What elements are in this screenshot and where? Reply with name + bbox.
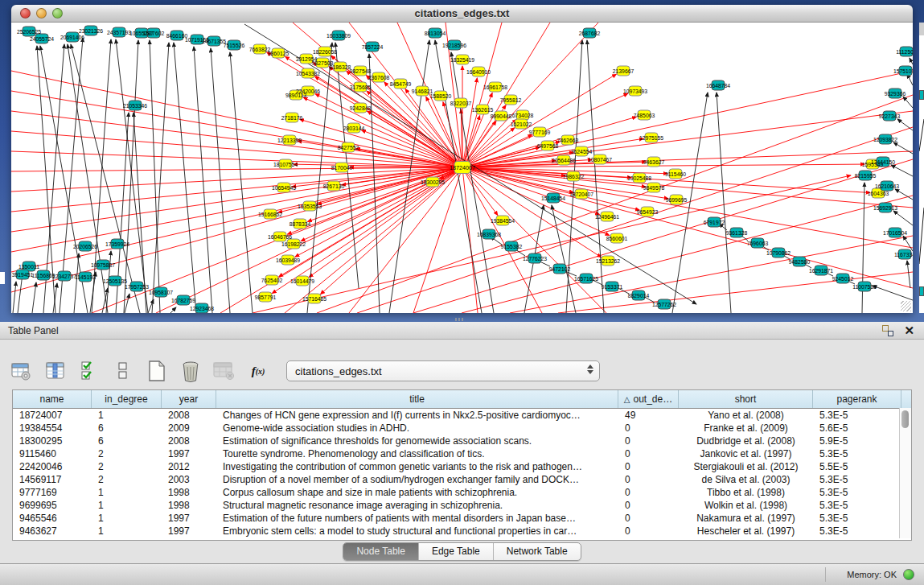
column-header-title[interactable]: title xyxy=(216,390,618,408)
cell-pagerank[interactable]: 5.9E-5 xyxy=(813,435,901,447)
table-row[interactable]: 1456911722003Disruption of a novel membe… xyxy=(13,473,911,486)
cell-out_de[interactable]: 0 xyxy=(618,422,679,435)
cell-short[interactable]: Nakamura et al. (1997) xyxy=(679,512,813,525)
cell-pagerank[interactable]: 5.3E-5 xyxy=(813,486,901,499)
network-window-titlebar[interactable]: citations_edges.txt xyxy=(11,5,913,23)
function-builder-icon[interactable]: f(x) xyxy=(246,359,270,383)
cell-pagerank[interactable]: 5.6E-5 xyxy=(813,422,901,435)
cell-in_degree[interactable]: 1 xyxy=(92,525,162,538)
cell-short[interactable]: Yano et al. (2008) xyxy=(679,409,813,422)
cell-year[interactable]: 2008 xyxy=(162,435,216,447)
cell-name[interactable]: 9777169 xyxy=(13,486,92,499)
cell-name[interactable]: 9463627 xyxy=(13,525,92,538)
table-row[interactable]: 946554611997Estimation of the future num… xyxy=(13,512,911,525)
table-row[interactable]: 1830029562008Estimation of significance … xyxy=(13,435,911,447)
cell-pagerank[interactable]: 5.5E-5 xyxy=(813,460,901,473)
cell-out_de[interactable]: 49 xyxy=(618,409,679,422)
cell-title[interactable]: Disruption of a novel member of a sodium… xyxy=(216,473,618,486)
table-row[interactable]: 1872400712008Changes of HCN gene express… xyxy=(13,409,911,422)
window-resize-grip[interactable] xyxy=(901,301,911,311)
cell-pagerank[interactable]: 5.3E-5 xyxy=(813,473,901,486)
cell-year[interactable]: 2012 xyxy=(162,460,216,473)
table-options-icon[interactable] xyxy=(10,359,34,383)
delete-icon[interactable] xyxy=(179,359,203,383)
column-header-out_de[interactable]: △out_de… xyxy=(618,390,679,408)
cell-title[interactable]: Structural magnetic resonance image aver… xyxy=(216,499,618,512)
cell-name[interactable]: 19384554 xyxy=(13,422,92,435)
cell-pagerank[interactable]: 5.3E-5 xyxy=(813,499,901,512)
cell-title[interactable]: Estimation of the future numbers of pati… xyxy=(216,512,618,525)
split-pane-grip[interactable] xyxy=(455,318,465,321)
row-selection-icon[interactable] xyxy=(77,359,101,383)
cell-year[interactable]: 1998 xyxy=(162,499,216,512)
cell-in_degree[interactable]: 2 xyxy=(92,447,162,460)
cell-out_de[interactable]: 0 xyxy=(618,486,679,499)
vertical-scrollbar[interactable] xyxy=(899,408,911,538)
cell-out_de[interactable]: 0 xyxy=(618,473,679,486)
network-window[interactable]: citations_edges.txt 76638229860125391295… xyxy=(11,5,913,313)
cell-name[interactable]: 9699695 xyxy=(13,499,92,512)
column-header-pagerank[interactable]: pagerank xyxy=(813,390,901,408)
cell-short[interactable]: Wolkin et al. (1998) xyxy=(679,499,813,512)
cell-in_degree[interactable]: 6 xyxy=(92,435,162,447)
cell-name[interactable]: 9115460 xyxy=(13,447,92,460)
cell-title[interactable]: Genome-wide association studies in ADHD. xyxy=(216,422,618,435)
tab-network-table[interactable]: Network Table xyxy=(494,543,581,560)
cell-year[interactable]: 1997 xyxy=(162,525,216,538)
table-selector-dropdown[interactable]: citations_edges.txt xyxy=(286,360,600,381)
scrollbar-thumb[interactable] xyxy=(901,410,909,428)
cell-short[interactable]: Jankovic et al. (1997) xyxy=(679,447,813,460)
cell-out_de[interactable]: 0 xyxy=(618,447,679,460)
cell-short[interactable]: Franke et al. (2009) xyxy=(679,422,813,435)
cell-in_degree[interactable]: 1 xyxy=(92,486,162,499)
cell-year[interactable]: 2008 xyxy=(162,409,216,422)
column-visibility-icon[interactable] xyxy=(43,359,68,383)
table-row[interactable]: 969969511998Structural magnetic resonanc… xyxy=(13,499,911,512)
cell-title[interactable]: Embryonic stem cells: a model to study s… xyxy=(216,525,618,538)
tab-edge-table[interactable]: Edge Table xyxy=(419,543,494,560)
cell-year[interactable]: 1997 xyxy=(162,512,216,525)
cell-short[interactable]: Dudbridge et al. (2008) xyxy=(679,435,813,447)
cell-pagerank[interactable]: 5.3E-5 xyxy=(813,447,901,460)
cell-name[interactable]: 22420046 xyxy=(13,460,92,473)
cell-in_degree[interactable]: 1 xyxy=(92,499,162,512)
column-header-year[interactable]: year xyxy=(162,390,216,408)
cell-short[interactable]: de Silva et al. (2003) xyxy=(679,473,813,486)
cell-in_degree[interactable]: 1 xyxy=(92,512,162,525)
cell-title[interactable]: Changes of HCN gene expression and I(f) … xyxy=(216,409,618,422)
cell-pagerank[interactable]: 5.3E-5 xyxy=(813,525,901,538)
cell-in_degree[interactable]: 2 xyxy=(92,473,162,486)
cell-title[interactable]: Investigating the contribution of common… xyxy=(216,460,618,473)
table-row[interactable]: 946362711997Embryonic stem cells: a mode… xyxy=(13,525,911,538)
close-panel-icon[interactable]: ✕ xyxy=(904,323,914,338)
cell-out_de[interactable]: 0 xyxy=(618,499,679,512)
cell-out_de[interactable]: 0 xyxy=(618,435,679,447)
tab-node-table[interactable]: Node Table xyxy=(343,543,419,560)
cell-name[interactable]: 18724007 xyxy=(13,409,92,422)
cell-year[interactable]: 2003 xyxy=(162,473,216,486)
cell-short[interactable]: Tibbo et al. (1998) xyxy=(679,486,813,499)
cell-out_de[interactable]: 0 xyxy=(618,512,679,525)
cell-short[interactable]: Hescheler et al. (1997) xyxy=(679,525,813,538)
table-row[interactable]: 1938455462009Genome-wide association stu… xyxy=(13,422,911,435)
float-window-icon[interactable] xyxy=(882,325,893,336)
cell-pagerank[interactable]: 5.3E-5 xyxy=(813,409,901,422)
column-header-name[interactable]: name xyxy=(13,390,92,408)
table-row[interactable]: 977716911998Corpus callosum shape and si… xyxy=(13,486,911,499)
cell-title[interactable]: Corpus callosum shape and size in male p… xyxy=(216,486,618,499)
new-table-icon[interactable] xyxy=(145,359,169,383)
cell-in_degree[interactable]: 2 xyxy=(92,460,162,473)
cell-in_degree[interactable]: 1 xyxy=(92,409,162,422)
table-row[interactable]: 2242004622012Investigating the contribut… xyxy=(13,460,911,473)
cell-pagerank[interactable]: 5.3E-5 xyxy=(813,512,901,525)
cell-out_de[interactable]: 0 xyxy=(618,460,679,473)
cell-out_de[interactable]: 0 xyxy=(618,525,679,538)
column-header-short[interactable]: short xyxy=(679,390,813,408)
cell-title[interactable]: Estimation of significance thresholds fo… xyxy=(216,435,618,447)
cell-name[interactable]: 14569117 xyxy=(13,473,92,486)
cell-title[interactable]: Tourette syndrome. Phenomenology and cla… xyxy=(216,447,618,460)
split-rows-icon[interactable] xyxy=(111,359,135,383)
column-header-in_degree[interactable]: in_degree xyxy=(92,390,162,408)
cell-year[interactable]: 2009 xyxy=(162,422,216,435)
table-row[interactable]: 911546021997Tourette syndrome. Phenomeno… xyxy=(13,447,911,460)
